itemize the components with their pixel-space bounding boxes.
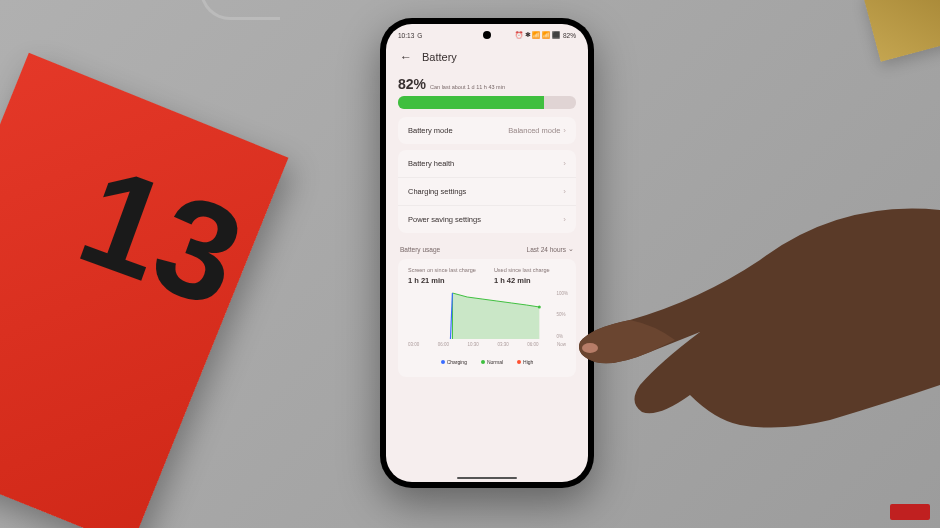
status-icons: ⏰ ✱ 📶 📶 ⬛ [515,31,560,39]
chevron-right-icon: › [563,187,566,196]
stat-used-label: Used since last charge [494,267,550,274]
usage-card: Screen on since last charge 1 h 21 min U… [398,259,576,377]
stat-used-value: 1 h 42 min [494,276,550,285]
page-header: ← Battery [386,44,588,74]
status-time: 10:13 [398,32,414,39]
usage-section-header: Battery usage Last 24 hours ⌄ [398,239,576,259]
legend-dot-charging [441,360,445,364]
chevron-right-icon: › [563,126,566,135]
chart-legend: Charging Normal High [408,359,566,369]
battery-health-label: Battery health [408,159,454,168]
nav-handle[interactable] [457,477,517,480]
battery-mode-card: Battery mode Balanced mode › [398,117,576,144]
battery-mode-label: Battery mode [408,126,453,135]
battery-health-row[interactable]: Battery health › [398,150,576,178]
chevron-down-icon: ⌄ [568,245,574,253]
chart-x-axis: 03:00 06:00 10:30 03:30 06:00 Now [408,342,566,347]
usage-range-value: Last 24 hours [527,246,566,253]
legend-dot-normal [481,360,485,364]
power-saving-label: Power saving settings [408,215,481,224]
front-camera [483,31,491,39]
battery-progress [398,96,576,109]
legend-dot-high [517,360,521,364]
status-g: G [417,32,422,39]
legend-charging: Charging [441,359,467,365]
power-saving-row[interactable]: Power saving settings › [398,206,576,233]
battery-mode-value: Balanced mode [508,126,560,135]
settings-card: Battery health › Charging settings › Pow… [398,150,576,233]
stat-screen-on: Screen on since last charge 1 h 21 min [408,267,476,285]
usage-section-label: Battery usage [400,246,440,253]
battery-mode-row[interactable]: Battery mode Balanced mode › [398,117,576,144]
legend-normal: Normal [481,359,503,365]
battery-percent-row: 82% Can last about 1 d 11 h 43 min [398,76,576,92]
phone-frame: 10:13 G ⏰ ✱ 📶 📶 ⬛ 82% ← Battery 82% Can … [380,18,594,488]
stat-screen-value: 1 h 21 min [408,276,476,285]
charging-settings-row[interactable]: Charging settings › [398,178,576,206]
battery-percent: 82% [398,76,426,92]
battery-progress-fill [398,96,544,109]
charging-settings-label: Charging settings [408,187,466,196]
stat-used: Used since last charge 1 h 42 min [494,267,550,285]
status-battery-pct: 82% [563,32,576,39]
chevron-right-icon: › [563,159,566,168]
back-icon[interactable]: ← [400,50,412,64]
chart-now-point [538,305,541,308]
phone-screen: 10:13 G ⏰ ✱ 📶 📶 ⬛ 82% ← Battery 82% Can … [386,24,588,482]
stat-screen-label: Screen on since last charge [408,267,476,274]
chart-y-axis: 100% 50% 0% [556,291,568,339]
usage-range-toggle[interactable]: Last 24 hours ⌄ [527,245,574,253]
legend-high: High [517,359,533,365]
page-title: Battery [422,51,457,63]
chart-area [452,293,539,339]
chevron-right-icon: › [563,215,566,224]
battery-estimate: Can last about 1 d 11 h 43 min [430,84,505,90]
battery-usage-chart[interactable]: 100% 50% 0% 03:00 06:00 10:30 03:30 06:0… [408,291,566,349]
user-hand [560,170,940,490]
